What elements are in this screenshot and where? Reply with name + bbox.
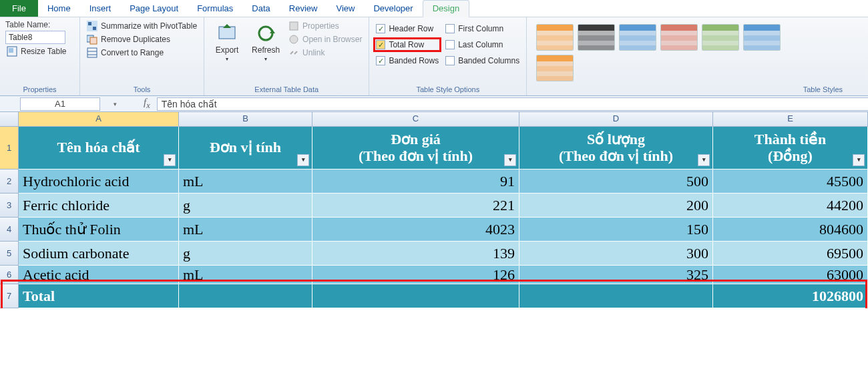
row-header[interactable]: 7 (0, 284, 19, 308)
cell[interactable]: 126 (312, 266, 519, 284)
table-style-swatch[interactable] (660, 24, 698, 51)
open-browser-button: Open in Browser (287, 33, 363, 45)
convert-range-icon (87, 47, 97, 58)
svg-rect-6 (90, 37, 97, 44)
table-header-cell[interactable]: Số lượng (Theo đơn vị tính)▾ (519, 127, 713, 169)
tab-view[interactable]: View (327, 1, 364, 17)
banded-columns-checkbox[interactable]: Banded Columns (444, 55, 521, 67)
table-style-swatch[interactable] (702, 24, 739, 51)
formula-input[interactable]: Tên hóa chất (157, 97, 868, 111)
export-icon (216, 23, 238, 44)
cell[interactable]: 4023 (312, 218, 519, 242)
cell[interactable]: Acetic acid (19, 266, 179, 284)
tab-file[interactable]: File (0, 0, 38, 17)
table-style-swatch[interactable] (743, 24, 781, 51)
cell[interactable]: g (179, 194, 312, 218)
cell[interactable]: mL (179, 169, 312, 194)
refresh-button[interactable]: Refresh ▾ (248, 20, 283, 63)
cell[interactable]: 200 (519, 194, 713, 218)
table-header-cell[interactable]: Đơn vị tính▾ (179, 127, 312, 169)
filter-dropdown-icon[interactable]: ▾ (504, 154, 516, 166)
svg-rect-14 (290, 22, 298, 30)
table-style-swatch[interactable] (578, 24, 615, 51)
summarize-pivot-button[interactable]: Summarize with PivotTable (85, 20, 198, 32)
col-header-e[interactable]: E (713, 112, 868, 126)
cell[interactable]: 150 (519, 218, 713, 242)
cell[interactable]: 300 (519, 242, 713, 266)
resize-table-button[interactable]: Resize Table (5, 45, 67, 57)
row-header[interactable]: 5 (0, 242, 19, 266)
banded-rows-checkbox[interactable]: Banded Rows (375, 55, 440, 67)
tab-data[interactable]: Data (242, 1, 279, 17)
cell[interactable]: Ferric chloride (19, 194, 179, 218)
row-header[interactable]: 6 (0, 266, 19, 284)
table-name-input[interactable] (5, 31, 65, 44)
tab-home[interactable]: Home (38, 1, 80, 17)
last-column-label: Last Column (458, 40, 503, 49)
cell-grid: Tên hóa chất▾Đơn vị tính▾Đơn giá (Theo đ… (19, 127, 868, 308)
fx-icon[interactable]: fx (144, 97, 150, 111)
row-header[interactable]: 2 (0, 169, 19, 194)
col-header-b[interactable]: B (179, 112, 312, 126)
cell[interactable]: 139 (312, 242, 519, 266)
tab-page-layout[interactable]: Page Layout (120, 1, 188, 17)
tab-review[interactable]: Review (280, 1, 327, 17)
col-header-d[interactable]: D (519, 112, 713, 126)
tab-developer[interactable]: Developer (364, 1, 422, 17)
cell[interactable]: 221 (312, 194, 519, 218)
svg-marker-11 (223, 24, 231, 28)
filter-dropdown-icon[interactable]: ▾ (297, 154, 309, 166)
total-row-checkbox[interactable]: Total Row (375, 39, 440, 51)
remove-duplicates-button[interactable]: Remove Duplicates (85, 33, 198, 45)
col-header-c[interactable]: C (312, 112, 519, 126)
cell[interactable] (519, 284, 713, 308)
table-style-swatch[interactable] (536, 55, 574, 81)
select-all-corner[interactable] (0, 112, 19, 126)
banded-columns-label: Banded Columns (458, 56, 519, 65)
cell[interactable]: 91 (312, 169, 519, 194)
tab-insert[interactable]: Insert (80, 1, 121, 17)
export-button[interactable]: Export ▾ (210, 20, 244, 63)
row-header[interactable]: 3 (0, 194, 19, 218)
filter-dropdown-icon[interactable]: ▾ (164, 154, 176, 166)
filter-dropdown-icon[interactable]: ▾ (853, 154, 865, 166)
cell[interactable]: g (179, 242, 312, 266)
cell[interactable] (312, 284, 519, 308)
group-table-styles: Table Styles (527, 17, 868, 95)
cell[interactable]: Hydrochloric acid (19, 169, 179, 194)
total-label-cell[interactable]: Total (19, 284, 179, 308)
cell[interactable] (179, 284, 312, 308)
table-header-cell[interactable]: Tên hóa chất▾ (19, 127, 179, 169)
namebox-dropdown-icon[interactable]: ▾ (114, 101, 117, 107)
cell[interactable]: 325 (519, 266, 713, 284)
cell[interactable]: 45500 (713, 169, 868, 194)
unlink-label: Unlink (302, 48, 324, 57)
filter-dropdown-icon[interactable]: ▾ (698, 154, 710, 166)
cell[interactable]: 500 (519, 169, 713, 194)
table-style-swatch[interactable] (536, 24, 574, 51)
row-header[interactable]: 4 (0, 218, 19, 242)
tab-formulas[interactable]: Formulas (188, 1, 242, 17)
cell[interactable]: 69500 (713, 242, 868, 266)
group-properties: Table Name: Resize Table Properties (0, 17, 80, 95)
table-header-cell[interactable]: Đơn giá (Theo đơn vị tính)▾ (312, 127, 519, 169)
first-column-checkbox[interactable]: First Column (444, 23, 521, 35)
name-box[interactable]: A1 (20, 97, 100, 111)
table-style-swatch[interactable] (619, 24, 656, 51)
cell[interactable]: mL (179, 218, 312, 242)
col-header-a[interactable]: A (19, 112, 179, 126)
header-row-checkbox[interactable]: Header Row (375, 23, 440, 35)
cell[interactable]: mL (179, 266, 312, 284)
table-header-cell[interactable]: Thành tiền (Đồng)▾ (713, 127, 868, 169)
row-headers: 1234567 (0, 127, 19, 308)
cell[interactable]: Thuốc thử Folin (19, 218, 179, 242)
cell[interactable]: Sodium carbonate (19, 242, 179, 266)
tab-design[interactable]: Design (423, 0, 469, 17)
convert-range-button[interactable]: Convert to Range (85, 47, 198, 59)
cell[interactable]: 44200 (713, 194, 868, 218)
last-column-checkbox[interactable]: Last Column (444, 39, 521, 51)
row-header[interactable]: 1 (0, 127, 19, 169)
total-value-cell[interactable]: 1026800 (713, 284, 868, 308)
cell[interactable]: 63000 (713, 266, 868, 284)
cell[interactable]: 804600 (713, 218, 868, 242)
